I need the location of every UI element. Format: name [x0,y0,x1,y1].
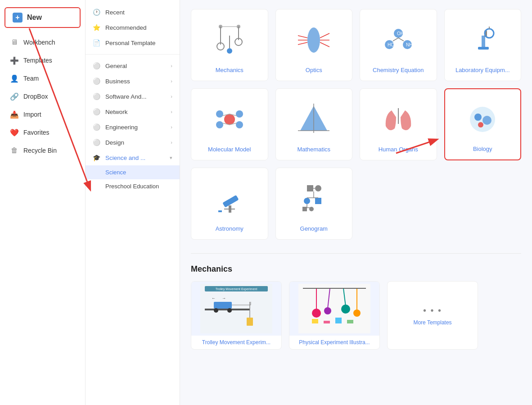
trolley-thumb: Trolley Movement Experiment ← → [191,282,281,336]
category-science[interactable]: 🎓 Science and ... ▾ [86,150,180,165]
middle-panel: 🕐 Recent ⭐ Recommended 📄 Personal Templa… [86,0,180,405]
category-design[interactable]: ⚪ Design › [86,135,180,150]
template-grid: Mechanics Optics [191,9,521,240]
template-card-optics[interactable]: Optics [275,9,353,81]
svg-line-22 [393,38,398,41]
svg-line-10 [298,36,307,38]
sidebar-item-team[interactable]: 👤 Team [3,69,82,87]
laboratory-card-label: Laboratory Equipm... [455,67,510,73]
svg-point-30 [216,110,223,118]
science-arrow-icon: ▾ [170,155,172,161]
sub-science[interactable]: Science [86,165,180,179]
templates-icon: ➕ [10,56,19,65]
svg-point-82 [353,309,361,317]
svg-rect-25 [482,36,485,47]
new-plus-icon: + [13,13,23,23]
middle-personal-template[interactable]: 📄 Personal Template [86,35,180,50]
personal-template-label: Personal Template [105,40,156,46]
molecular-card-label: Molecular Model [208,146,251,153]
template-card-human-organs[interactable]: Human Organs [360,88,437,160]
software-label: Software And... [105,93,147,100]
sidebar: + New 🖥 Workbench ➕ Templates 👤 Team 🔗 D… [0,0,86,405]
template-card-laboratory[interactable]: Laboratory Equipm... [444,9,522,81]
grid-spacer [485,281,521,350]
template-card-molecular[interactable]: Molecular Model [191,88,268,160]
svg-point-31 [236,110,243,118]
science-icon: 🎓 [93,154,101,161]
sidebar-templates-label: Templates [23,57,52,64]
svg-rect-74 [298,284,370,333]
recommended-label: Recommended [105,24,147,31]
main-content: Mechanics Optics [180,0,532,405]
general-label: General [105,63,127,69]
template-card-biology[interactable]: Biology [444,88,522,160]
more-label: More Templates [413,319,451,326]
astronomy-card-label: Astronomy [216,225,243,232]
category-general[interactable]: ⚪ General › [86,58,180,73]
recycle-bin-icon: 🗑 [10,146,19,155]
category-business[interactable]: ⚪ Business › [86,73,180,89]
biology-card-label: Biology [473,146,492,152]
engineering-label: Engineering [105,124,138,131]
svg-text:→: → [222,296,226,300]
svg-point-33 [236,121,243,128]
mechanics-card-trolley[interactable]: Trolley Movement Experiment ← → [191,281,282,350]
svg-point-44 [482,116,491,125]
template-card-astronomy[interactable]: Astronomy [191,168,268,240]
design-label: Design [105,139,124,146]
genogram-card-label: Genogram [300,225,328,232]
svg-point-45 [478,122,483,127]
engineering-icon: ⚪ [93,123,101,131]
svg-rect-50 [307,185,313,191]
svg-rect-65 [214,302,232,309]
category-network[interactable]: ⚪ Network › [86,104,180,119]
chemistry-card-label: Chemistry Equation [373,67,424,73]
sidebar-item-import[interactable]: 📥 Import [3,105,82,123]
svg-text:NH: NH [406,42,412,47]
physical-label: Physical Experiment Illustra... [289,336,379,349]
sidebar-item-recycle-bin[interactable]: 🗑 Recycle Bin [3,141,82,159]
svg-point-29 [224,114,235,125]
network-arrow-icon: › [171,109,172,114]
recent-label: Recent [105,9,125,16]
template-card-mechanics[interactable]: Mechanics [191,9,268,81]
sidebar-item-workbench[interactable]: 🖥 Workbench [3,33,82,51]
optics-card-icon [296,17,332,63]
template-card-mathematics[interactable]: Mathematics [275,88,353,160]
svg-rect-55 [315,198,321,204]
business-icon: ⚪ [93,77,101,85]
category-software[interactable]: ⚪ Software And... › [86,89,180,104]
svg-point-80 [341,305,350,314]
software-icon: ⚪ [93,93,101,100]
sidebar-team-label: Team [23,75,39,82]
svg-rect-49 [218,210,222,212]
mechanics-card-more[interactable]: • • • More Templates [387,281,478,350]
chemistry-card-icon: OH HO NH [380,17,416,63]
svg-line-15 [320,42,329,47]
dropbox-icon: 🔗 [10,92,19,101]
sidebar-item-favorites[interactable]: ❤️ Favorites [3,123,82,141]
middle-recommended[interactable]: ⭐ Recommended [86,20,180,35]
svg-point-67 [227,308,232,313]
template-card-genogram[interactable]: Genogram [275,168,353,240]
sidebar-item-dropbox[interactable]: 🔗 DropBox [3,87,82,105]
mechanics-card-physical[interactable]: Physical Experiment Illustra... [289,281,380,350]
mathematics-card-icon [296,96,332,142]
design-icon: ⚪ [93,139,101,146]
new-label: New [27,14,42,22]
science-label: Science and ... [105,155,145,161]
svg-rect-69 [247,318,253,326]
template-card-chemistry[interactable]: OH HO NH Chemistry Equation [360,9,437,81]
mechanics-card-label: Mechanics [216,67,243,73]
svg-point-51 [315,185,321,191]
sidebar-item-templates[interactable]: ➕ Templates [3,51,82,69]
svg-text:HO: HO [388,42,394,47]
network-icon: ⚪ [93,108,101,115]
sub-preschool[interactable]: Preschool Education [86,179,180,193]
category-engineering[interactable]: ⚪ Engineering › [86,119,180,135]
middle-recent[interactable]: 🕐 Recent [86,5,180,20]
section-divider [191,253,521,254]
personal-template-icon: 📄 [93,39,101,46]
new-button[interactable]: + New [5,7,81,28]
svg-rect-87 [347,320,353,323]
